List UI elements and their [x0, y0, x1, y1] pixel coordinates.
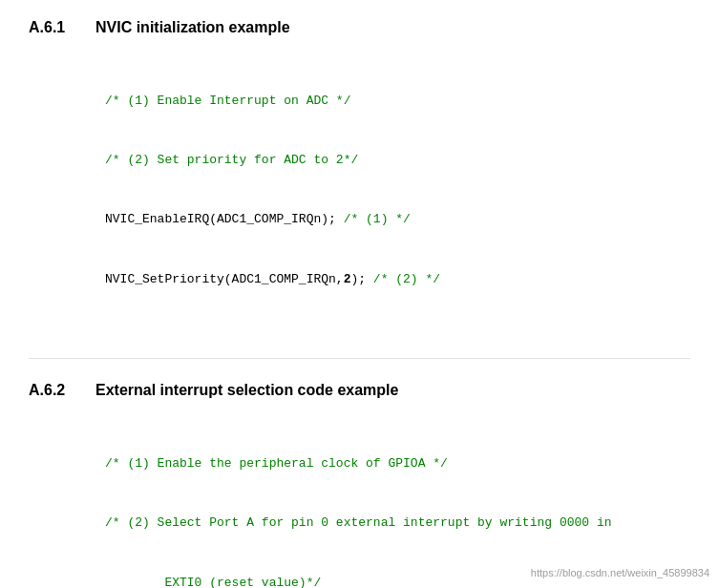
section-a6-2: A.6.2 External interrupt selection code … [29, 382, 690, 588]
section-a6-1-code: /* (1) Enable Interrupt on ADC */ /* (2)… [105, 52, 690, 329]
comment: /* (2) Select Port A for pin 0 external … [105, 515, 612, 530]
section-divider [29, 358, 690, 359]
code-line: /* (1) Enable the peripheral clock of GP… [105, 454, 690, 474]
comment: /* (2) Set priority for ADC to 2*/ [105, 153, 358, 167]
code-line: NVIC_EnableIRQ(ADC1_COMP_IRQn); /* (1) *… [105, 210, 690, 230]
page-content: A.6.1 NVIC initialization example /* (1)… [29, 19, 690, 588]
comment: /* (1) */ [344, 212, 411, 226]
comment: /* (1) Enable Interrupt on ADC */ [105, 94, 350, 108]
code-line: /* (2) Select Port A for pin 0 external … [105, 514, 690, 534]
section-a6-2-code: /* (1) Enable the peripheral clock of GP… [105, 414, 690, 588]
section-a6-1-number: A.6.1 [29, 19, 95, 36]
watermark: https://blog.csdn.net/weixin_45899834 [531, 567, 709, 578]
code-text: NVIC_SetPriority(ADC1_COMP_IRQn,2); [105, 272, 373, 286]
section-a6-1-header: A.6.1 NVIC initialization example [29, 19, 690, 36]
comment: EXTI0 (reset value)*/ [105, 576, 321, 588]
code-line: /* (1) Enable Interrupt on ADC */ [105, 92, 690, 112]
section-a6-1-title: NVIC initialization example [95, 19, 290, 36]
code-line: /* (2) Set priority for ADC to 2*/ [105, 151, 690, 171]
section-a6-2-number: A.6.2 [29, 382, 95, 399]
bold-value: 2 [344, 272, 351, 286]
section-a6-2-header: A.6.2 External interrupt selection code … [29, 382, 690, 399]
comment: /* (2) */ [373, 272, 440, 286]
section-a6-1: A.6.1 NVIC initialization example /* (1)… [29, 19, 690, 329]
code-text: NVIC_EnableIRQ(ADC1_COMP_IRQn); [105, 212, 344, 226]
comment: /* (1) Enable the peripheral clock of GP… [105, 456, 448, 471]
section-a6-2-title: External interrupt selection code exampl… [95, 382, 398, 399]
code-line: NVIC_SetPriority(ADC1_COMP_IRQn,2); /* (… [105, 270, 690, 290]
